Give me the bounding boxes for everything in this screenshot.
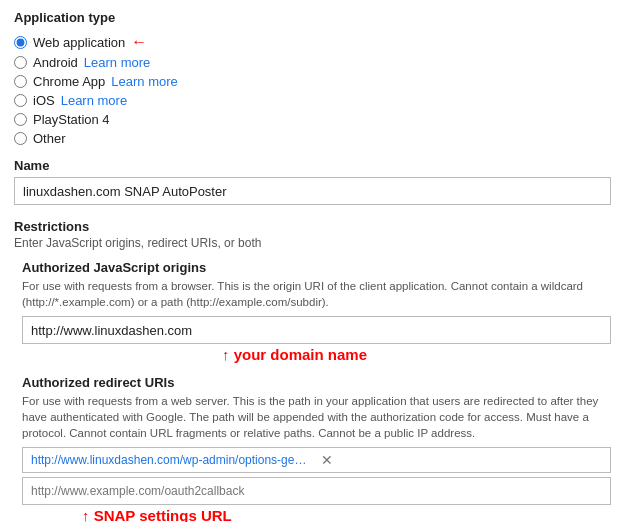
existing-uri-value: http://www.linuxdashen.com/wp-admin/opti… — [31, 453, 313, 467]
redirect-uris-label: Authorized redirect URIs — [22, 375, 611, 390]
restrictions-section: Restrictions Enter JavaScript origins, r… — [14, 219, 611, 522]
app-type-label: Application type — [14, 10, 611, 25]
radio-android-label: Android — [33, 55, 78, 70]
name-section: Name — [14, 158, 611, 205]
radio-web[interactable] — [14, 36, 27, 49]
radio-ps4-label: PlayStation 4 — [33, 112, 110, 127]
radio-item-ios: iOS Learn more — [14, 93, 611, 108]
js-origins-label: Authorized JavaScript origins — [22, 260, 611, 275]
name-input[interactable] — [14, 177, 611, 205]
android-learn-more-link[interactable]: Learn more — [84, 55, 150, 70]
radio-ios-label: iOS — [33, 93, 55, 108]
radio-chrome[interactable] — [14, 75, 27, 88]
domain-annotation-text: your domain name — [234, 346, 367, 363]
ios-learn-more-link[interactable]: Learn more — [61, 93, 127, 108]
redirect-uri-input[interactable] — [22, 477, 611, 505]
radio-item-web: Web application ← — [14, 33, 611, 51]
application-type-section: Application type Web application ← Andro… — [14, 10, 611, 146]
js-origins-input[interactable] — [22, 316, 611, 344]
remove-uri-button[interactable]: ✕ — [321, 452, 603, 468]
name-label: Name — [14, 158, 611, 173]
restrictions-subtitle: Enter JavaScript origins, redirect URIs,… — [14, 236, 611, 250]
radio-android[interactable] — [14, 56, 27, 69]
radio-web-label: Web application — [33, 35, 125, 50]
radio-ps4[interactable] — [14, 113, 27, 126]
radio-item-other: Other — [14, 131, 611, 146]
restrictions-label: Restrictions — [14, 219, 611, 234]
redirect-uris-desc: For use with requests from a web server.… — [22, 393, 611, 441]
js-origins-subsection: Authorized JavaScript origins For use wi… — [22, 260, 611, 363]
snap-annotation-text: SNAP settings URL — [94, 507, 232, 522]
redirect-input-block: ↑ SNAP settings URL — [22, 477, 611, 522]
domain-annotation-label: ↑ your domain name — [222, 346, 611, 363]
radio-item-android: Android Learn more — [14, 55, 611, 70]
snap-annotation-label: ↑ SNAP settings URL — [82, 507, 611, 522]
radio-ios[interactable] — [14, 94, 27, 107]
radio-item-ps4: PlayStation 4 — [14, 112, 611, 127]
js-origins-input-block: ↑ your domain name — [22, 316, 611, 363]
redirect-uris-subsection: Authorized redirect URIs For use with re… — [22, 375, 611, 522]
radio-item-chrome: Chrome App Learn more — [14, 74, 611, 89]
chrome-learn-more-link[interactable]: Learn more — [111, 74, 177, 89]
radio-other-label: Other — [33, 131, 66, 146]
radio-other[interactable] — [14, 132, 27, 145]
radio-chrome-label: Chrome App — [33, 74, 105, 89]
app-type-radio-group: Web application ← Android Learn more Chr… — [14, 33, 611, 146]
js-origins-desc: For use with requests from a browser. Th… — [22, 278, 611, 310]
web-arrow-annotation: ← — [131, 33, 147, 51]
existing-uri-item: http://www.linuxdashen.com/wp-admin/opti… — [22, 447, 611, 473]
